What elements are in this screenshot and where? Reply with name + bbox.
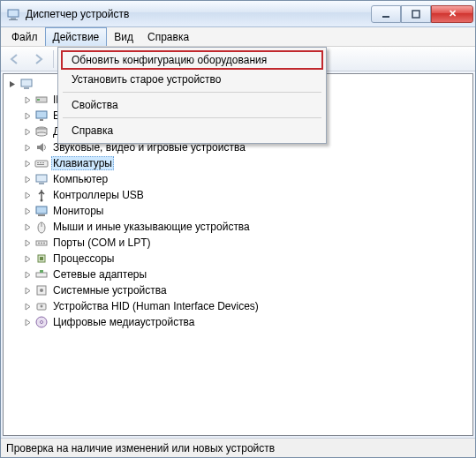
svg-point-35 xyxy=(40,289,43,292)
close-button[interactable]: ✕ xyxy=(431,5,473,23)
menu-help[interactable]: Справка xyxy=(140,27,196,46)
svg-rect-20 xyxy=(39,183,44,184)
menu-item-properties[interactable]: Свойства xyxy=(61,95,323,115)
svg-rect-8 xyxy=(37,99,40,101)
tree-row-label: Сетевые адаптеры xyxy=(51,267,148,282)
mouse-icon xyxy=(34,220,49,234)
svg-point-21 xyxy=(41,199,43,202)
monitor-icon xyxy=(34,204,49,218)
computer-icon xyxy=(34,172,49,186)
expand-icon[interactable] xyxy=(22,206,33,216)
tree-row[interactable]: Мыши и иные указывающие устройства xyxy=(4,219,472,235)
keyboard-icon xyxy=(34,156,49,170)
tree-row[interactable]: Устройства HID (Human Interface Devices) xyxy=(4,298,472,314)
svg-rect-9 xyxy=(36,111,47,118)
minimize-button[interactable] xyxy=(371,5,401,23)
expand-icon[interactable] xyxy=(22,126,33,137)
svg-rect-5 xyxy=(21,79,32,86)
menu-action[interactable]: Действие xyxy=(45,27,108,46)
expand-icon[interactable] xyxy=(22,269,33,280)
tree-row-label: Мыши и иные указывающие устройства xyxy=(51,220,252,234)
svg-rect-23 xyxy=(38,214,45,216)
expand-icon[interactable] xyxy=(7,79,18,89)
tree-row[interactable]: Цифровые медиаустройства xyxy=(4,314,472,330)
menu-item-add-legacy[interactable]: Установить старое устройство xyxy=(61,70,323,89)
svg-rect-32 xyxy=(36,273,47,277)
tree-row-label: Компьютер xyxy=(51,172,110,186)
svg-rect-22 xyxy=(36,206,47,214)
tree-row-label: Мониторы xyxy=(51,204,105,218)
usb-icon xyxy=(34,188,49,202)
tree-row[interactable]: Клавиатуры xyxy=(4,155,472,171)
tree-row[interactable]: Компьютер xyxy=(4,171,472,187)
tree-row[interactable]: Сетевые адаптеры xyxy=(4,267,472,282)
tree-row[interactable]: Порты (COM и LPT) xyxy=(4,235,472,251)
tree-row-label: Процессоры xyxy=(51,252,117,266)
statusbar: Проверка на наличие изменений или новых … xyxy=(1,438,475,457)
svg-rect-15 xyxy=(37,162,39,163)
app-icon xyxy=(6,7,20,21)
expand-icon[interactable] xyxy=(22,158,33,169)
expand-icon[interactable] xyxy=(22,174,33,184)
hid-icon xyxy=(34,299,49,313)
cpu-icon xyxy=(34,252,49,266)
window-title: Диспетчер устройств xyxy=(26,8,366,20)
media-icon xyxy=(34,315,49,329)
svg-rect-2 xyxy=(9,19,18,20)
action-menu-dropdown: Обновить конфигурацию оборудования Устан… xyxy=(57,47,327,144)
display-icon xyxy=(34,109,49,123)
expand-icon[interactable] xyxy=(22,237,33,248)
svg-point-37 xyxy=(41,305,43,308)
expand-icon[interactable] xyxy=(22,110,33,121)
computer-icon xyxy=(19,77,34,91)
svg-rect-17 xyxy=(42,162,44,163)
expand-icon[interactable] xyxy=(22,285,33,296)
expand-icon[interactable] xyxy=(22,301,33,312)
tree-row[interactable]: Процессоры xyxy=(4,251,472,267)
menubar: Файл Действие Вид Справка xyxy=(1,27,475,47)
expand-icon[interactable] xyxy=(22,94,33,105)
svg-rect-4 xyxy=(412,11,419,18)
menu-file[interactable]: Файл xyxy=(4,27,45,46)
device-manager-window: Диспетчер устройств ✕ Файл Действие Вид … xyxy=(0,0,476,458)
maximize-button[interactable] xyxy=(401,5,431,23)
tree-row-label: Системные устройства xyxy=(51,283,169,297)
tree-row-label: Устройства HID (Human Interface Devices) xyxy=(51,299,261,313)
menu-separator xyxy=(63,92,321,93)
tree-row[interactable]: Мониторы xyxy=(4,203,472,219)
svg-rect-3 xyxy=(382,16,389,18)
svg-rect-1 xyxy=(11,18,16,19)
back-button[interactable] xyxy=(4,49,26,69)
menu-separator xyxy=(63,117,321,118)
svg-rect-31 xyxy=(40,257,43,260)
port-icon xyxy=(34,236,49,250)
tree-row[interactable]: Контроллеры USB xyxy=(4,187,472,203)
svg-rect-16 xyxy=(40,162,42,163)
menu-item-scan-hardware[interactable]: Обновить конфигурацию оборудования xyxy=(61,50,323,70)
tree-row-label: Порты (COM и LPT) xyxy=(51,236,153,250)
svg-rect-18 xyxy=(37,164,44,165)
svg-point-27 xyxy=(38,243,40,244)
toolbar-separator xyxy=(53,50,54,68)
network-icon xyxy=(34,267,49,282)
disk-icon xyxy=(34,124,49,139)
sound-icon xyxy=(34,140,49,154)
expand-icon[interactable] xyxy=(22,190,33,200)
expand-icon[interactable] xyxy=(22,253,33,264)
titlebar: Диспетчер устройств ✕ xyxy=(1,1,475,27)
menu-view[interactable]: Вид xyxy=(107,27,140,46)
tree-row-label: Клавиатуры xyxy=(51,156,114,170)
forward-button[interactable] xyxy=(27,49,49,69)
svg-point-28 xyxy=(41,243,42,244)
expand-icon[interactable] xyxy=(22,221,33,232)
svg-rect-10 xyxy=(40,119,43,121)
ide-icon xyxy=(34,93,49,107)
expand-icon[interactable] xyxy=(22,317,33,327)
svg-point-29 xyxy=(43,243,45,244)
tree-row[interactable]: Системные устройства xyxy=(4,282,472,298)
system-icon xyxy=(34,283,49,297)
svg-rect-6 xyxy=(24,87,29,89)
menu-item-help[interactable]: Справка xyxy=(61,121,323,140)
status-text: Проверка на наличие изменений или новых … xyxy=(6,442,275,454)
expand-icon[interactable] xyxy=(22,142,33,153)
